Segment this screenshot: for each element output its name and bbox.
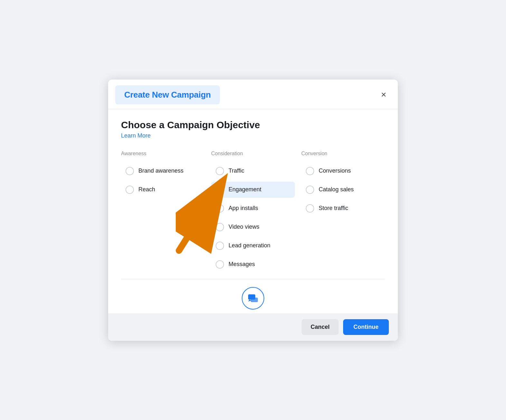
radio-conversions: [306, 167, 314, 175]
radio-store-traffic: [306, 204, 314, 213]
continue-button[interactable]: Continue: [343, 319, 389, 335]
awareness-column-header: Awareness: [121, 151, 205, 157]
option-catalog-sales[interactable]: Catalog sales: [301, 182, 385, 198]
option-brand-awareness[interactable]: Brand awareness: [121, 163, 205, 179]
conversion-option-list: Conversions Catalog sales Store traffic: [301, 163, 385, 216]
conversion-column-header: Conversion: [301, 151, 385, 157]
option-label-brand-awareness: Brand awareness: [138, 167, 183, 174]
option-store-traffic[interactable]: Store traffic: [301, 200, 385, 216]
option-label-reach: Reach: [138, 186, 155, 193]
radio-catalog-sales: [306, 186, 314, 194]
option-video-views[interactable]: Video views: [211, 219, 295, 235]
option-reach[interactable]: Reach: [121, 182, 205, 198]
dialog-body: Choose a Campaign Objective Learn More A…: [108, 109, 398, 313]
create-campaign-title-button[interactable]: Create New Campaign: [115, 85, 220, 104]
option-label-lead-generation: Lead generation: [229, 242, 270, 249]
consideration-column-header: Consideration: [211, 151, 295, 157]
conversion-column: Conversion Conversions Catalog sales Sto…: [301, 151, 385, 272]
consideration-column: Consideration Traffic Engagement App ins…: [211, 151, 295, 272]
option-engagement[interactable]: Engagement: [211, 182, 295, 198]
learn-more-link[interactable]: Learn More: [121, 132, 151, 139]
radio-engagement: [216, 186, 224, 194]
radio-messages: [216, 260, 224, 269]
radio-video-views: [216, 223, 224, 231]
section-title: Choose a Campaign Objective: [121, 119, 385, 130]
awareness-column: Awareness Brand awareness Reach: [121, 151, 205, 272]
option-label-video-views: Video views: [229, 224, 259, 230]
option-messages[interactable]: Messages: [211, 256, 295, 272]
icon-area: [121, 279, 385, 313]
option-label-catalog-sales: Catalog sales: [319, 186, 354, 193]
radio-traffic: [216, 167, 224, 175]
close-button[interactable]: ×: [379, 89, 389, 100]
option-app-installs[interactable]: App installs: [211, 200, 295, 216]
objectives-grid: Awareness Brand awareness Reach Consider…: [121, 151, 385, 272]
option-label-store-traffic: Store traffic: [319, 205, 348, 212]
radio-reach: [126, 186, 134, 194]
engagement-icon: [247, 292, 259, 304]
svg-rect-3: [251, 298, 258, 302]
option-label-conversions: Conversions: [319, 167, 351, 174]
radio-app-installs: [216, 204, 224, 213]
dialog-header: Create New Campaign ×: [108, 80, 398, 109]
cancel-button[interactable]: Cancel: [302, 319, 339, 335]
dialog-footer: Cancel Continue: [108, 313, 398, 341]
option-traffic[interactable]: Traffic: [211, 163, 295, 179]
option-label-app-installs: App installs: [229, 205, 258, 212]
option-label-traffic: Traffic: [229, 167, 244, 174]
option-label-engagement: Engagement: [229, 186, 261, 193]
radio-lead-generation: [216, 242, 224, 250]
option-conversions[interactable]: Conversions: [301, 163, 385, 179]
awareness-option-list: Brand awareness Reach: [121, 163, 205, 198]
option-lead-generation[interactable]: Lead generation: [211, 238, 295, 254]
radio-brand-awareness: [126, 167, 134, 175]
consideration-option-list: Traffic Engagement App installs Video vi…: [211, 163, 295, 272]
engagement-icon-circle: [242, 287, 264, 310]
option-label-messages: Messages: [229, 261, 255, 268]
create-campaign-dialog: Create New Campaign × Choose a Campaign …: [108, 80, 398, 341]
